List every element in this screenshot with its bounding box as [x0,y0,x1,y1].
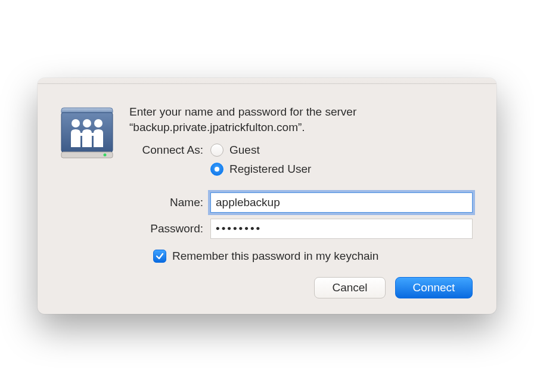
radio-label-guest: Guest [229,144,260,157]
password-field[interactable] [210,219,473,239]
connect-as-row: Connect As: Guest Registered User [129,144,473,176]
checkmark-icon [156,252,164,260]
name-label: Name: [129,196,210,209]
connect-as-guest-radio[interactable]: Guest [210,144,311,157]
remember-password-checkbox[interactable] [153,250,166,263]
dialog-icon-column [58,104,129,298]
server-connect-dialog: Enter your name and password for the ser… [38,78,496,313]
prompt-line-2: “backup.private.jpatrickfulton.com”. [129,121,305,133]
connect-as-registered-radio[interactable]: Registered User [210,163,311,176]
password-row: Password: [129,219,473,239]
radio-label-registered: Registered User [229,163,311,176]
remember-password-row: Remember this password in my keychain [129,250,473,263]
svg-point-2 [104,154,107,157]
connect-button[interactable]: Connect [395,277,473,298]
svg-rect-7 [91,133,95,136]
name-field[interactable] [210,192,473,213]
dialog-body: Enter your name and password for the ser… [38,84,496,313]
dialog-titlebar [38,78,496,84]
svg-rect-6 [79,133,83,136]
network-drive-icon [58,104,116,161]
dialog-content: Enter your name and password for the ser… [129,104,473,298]
svg-point-3 [72,119,80,127]
radio-icon [210,144,223,157]
cancel-button[interactable]: Cancel [314,277,386,298]
svg-point-5 [94,119,103,127]
remember-password-label: Remember this password in my keychain [172,250,378,263]
name-row: Name: [129,192,473,213]
password-label: Password: [129,222,210,235]
connect-as-label: Connect As: [129,144,210,157]
prompt-message: Enter your name and password for the ser… [129,104,473,135]
svg-point-4 [83,119,91,127]
radio-icon [210,163,223,176]
dialog-buttons: Cancel Connect [129,277,473,298]
prompt-line-1: Enter your name and password for the ser… [129,105,356,118]
